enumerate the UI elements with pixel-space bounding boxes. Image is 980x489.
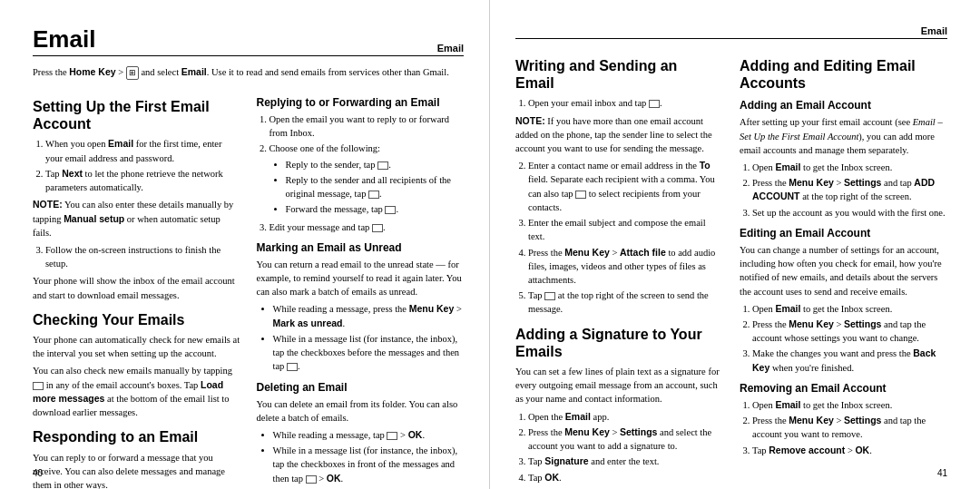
list-item: Tap Next to let the phone retrieve the n…: [45, 167, 240, 194]
list-item: Set up the account as you would with the…: [752, 206, 947, 220]
editing-account-body: You can change a number of settings for …: [740, 243, 947, 298]
list-item: Choose one of the following: Reply to th…: [270, 142, 465, 216]
first-email-list-cont: Follow the on-screen instructions to fin…: [45, 243, 240, 270]
list-item: Tap at the top right of the screen to se…: [528, 289, 723, 316]
note-multiple-accounts: NOTE: If you have more than one email ac…: [515, 114, 723, 156]
section-signature: Adding a Signature to YourEmails: [515, 326, 723, 360]
section-responding: Responding to an Email: [33, 428, 240, 445]
list-item: Open Email to get the Inbox screen.: [752, 398, 947, 412]
list-item: Enter the email subject and compose the …: [528, 216, 723, 243]
left-page-header: Email Email: [33, 25, 464, 56]
writing-list: Open your email inbox and tap .: [528, 96, 723, 110]
section-checking-emails: Checking Your Emails: [33, 311, 240, 328]
editing-account-list: Open Email to get the Inbox screen. Pres…: [752, 302, 947, 375]
section-adding-editing: Adding and Editing EmailAccounts: [740, 57, 947, 92]
bullet-item: While reading a message, press the Menu …: [273, 302, 465, 329]
list-item: Tap Remove account > OK.: [752, 444, 947, 457]
signature-body: You can set a few lines of plain text as…: [515, 365, 723, 406]
list-item: Press the Menu Key > Settings and tap th…: [752, 414, 947, 441]
adding-account-body: After setting up your first email accoun…: [740, 115, 947, 157]
bullet-item: While reading a message, tap > OK.: [273, 428, 465, 442]
subsection-marking: Marking an Email as Unread: [257, 241, 465, 254]
list-item: Open your email inbox and tap .: [528, 96, 723, 110]
deleting-body: You can delete an email from its folder.…: [257, 397, 465, 425]
subsection-editing-account: Editing an Email Account: [740, 227, 947, 240]
left-header-right: Email: [437, 43, 464, 54]
list-item: Open the Email app.: [528, 410, 723, 424]
intro-text: Press the Home Key > ⊞ and select Email.…: [33, 65, 464, 80]
first-email-body: Your phone will show the inbox of the em…: [33, 274, 240, 301]
right-page-header: Email: [515, 25, 947, 39]
signature-list: Open the Email app. Press the Menu Key >…: [528, 410, 723, 484]
bullet-item: While in a message list (for instance, t…: [273, 332, 465, 374]
list-item: Make the changes you want and press the …: [752, 347, 947, 374]
list-item: Follow the on-screen instructions to fin…: [45, 243, 240, 270]
checking-body2: You can also check new emails manually b…: [33, 364, 240, 419]
subsection-deleting: Deleting an Email: [257, 381, 465, 394]
bullet-item: While in a message list (for instance, t…: [273, 444, 465, 485]
section-writing: Writing and Sending anEmail: [515, 57, 723, 92]
writing-list-cont: Enter a contact name or email address in…: [528, 159, 723, 316]
right-header-title: Email: [921, 25, 947, 36]
deleting-list: While reading a message, tap > OK. While…: [273, 428, 465, 485]
list-item: Enter a contact name or email address in…: [528, 159, 723, 214]
replying-list: Open the email you want to reply to or f…: [270, 112, 465, 234]
left-header-title: Email: [33, 25, 95, 54]
list-item: Press the Menu Key > Settings and tap AD…: [752, 176, 947, 203]
marking-list: While reading a message, press the Menu …: [273, 302, 465, 373]
list-item: When you open Email for the first time, …: [45, 137, 240, 164]
subsection-removing-account: Removing an Email Account: [740, 382, 947, 395]
list-item: Tap Signature and enter the text.: [528, 455, 723, 468]
right-page-number: 41: [937, 468, 947, 478]
bullet-item: Forward the message, tap .: [286, 202, 465, 216]
bullet-item: Reply to the sender, tap .: [286, 158, 465, 171]
list-item: Open the email you want to reply to or f…: [270, 112, 465, 140]
checking-body1: Your phone can automatically check for n…: [33, 333, 240, 360]
note-manual-setup: NOTE: You can also enter these details m…: [33, 198, 240, 240]
list-item: Open Email to get the Inbox screen.: [752, 161, 947, 174]
list-item: Press the Menu Key > Settings and select…: [528, 425, 723, 453]
marking-body: You can return a read email to the unrea…: [257, 258, 465, 299]
list-item: Press the Menu Key > Settings and tap th…: [752, 318, 947, 345]
responding-body: You can reply to or forward a message th…: [33, 451, 240, 489]
subsection-adding-account: Adding an Email Account: [740, 99, 947, 112]
first-email-list: When you open Email for the first time, …: [45, 137, 240, 194]
section-first-email: Setting Up the First EmailAccount: [33, 98, 240, 132]
bullet-item: Reply to the sender and all recipients o…: [286, 173, 465, 200]
list-item: Press the Menu Key > Attach file to add …: [528, 246, 723, 288]
subsection-replying: Replying to or Forwarding an Email: [257, 96, 465, 109]
list-item: Open Email to get the Inbox screen.: [752, 302, 947, 316]
left-page-number: 40: [33, 468, 43, 478]
list-item: Edit your message and tap .: [270, 220, 465, 234]
adding-account-list: Open Email to get the Inbox screen. Pres…: [752, 161, 947, 220]
removing-account-list: Open Email to get the Inbox screen. Pres…: [752, 398, 947, 457]
list-item: Tap OK.: [528, 471, 723, 484]
